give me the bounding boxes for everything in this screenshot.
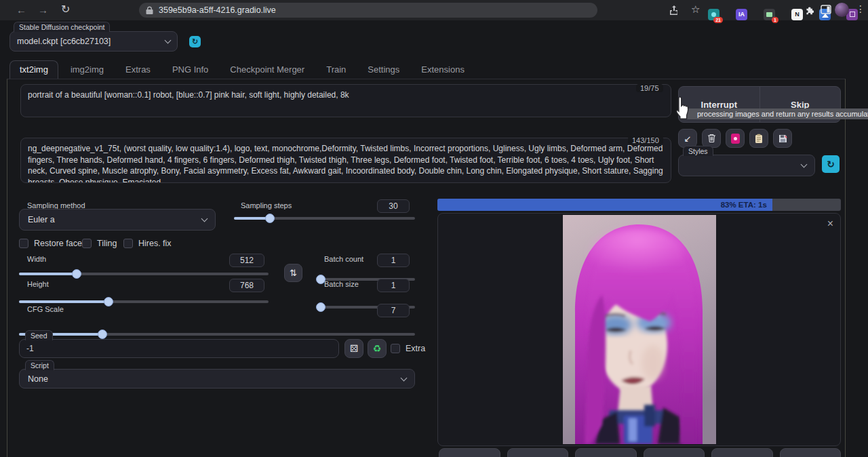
extension-icon-1[interactable]: 21 — [708, 9, 719, 20]
tab-extras[interactable]: Extras — [116, 61, 160, 79]
gallery-action-button[interactable] — [711, 448, 773, 457]
extra-seed-label: Extra — [406, 344, 425, 353]
tab-checkpoint-merger[interactable]: Checkpoint Merger — [220, 61, 314, 79]
sidepanel-icon[interactable] — [821, 4, 831, 15]
ia-extension-icon[interactable]: IA — [736, 9, 747, 20]
batch-count-input[interactable]: 1 — [377, 254, 410, 267]
card-icon — [731, 134, 740, 144]
gallery-actions-row — [439, 448, 841, 457]
interrupt-tooltip: processing images and return any results… — [682, 108, 868, 119]
sampling-method-dropdown[interactable]: Euler a — [19, 209, 216, 231]
script-dropdown[interactable]: Script None — [19, 369, 415, 389]
random-seed-button[interactable]: ⚄ — [344, 339, 363, 358]
hires-fix-checkbox[interactable]: Hires. fix — [123, 239, 172, 248]
tab-train[interactable]: Train — [317, 61, 355, 79]
width-input[interactable]: 512 — [229, 254, 264, 267]
batch-count-label: Batch count — [324, 255, 363, 263]
screenshot-extension-icon[interactable]: 1 — [764, 9, 775, 20]
extra-seed-checkbox[interactable]: Extra — [391, 344, 425, 353]
browser-back-button[interactable]: ← — [16, 5, 26, 15]
negative-prompt-text: ng_deepnegative_v1_75t, (worst quality, … — [28, 144, 663, 183]
checkpoint-dropdown[interactable]: Stable Diffusion checkpoint model.ckpt [… — [9, 31, 178, 52]
width-slider[interactable] — [19, 273, 269, 275]
restore-faces-label: Restore faces — [34, 239, 86, 248]
extension-glyph — [850, 12, 855, 17]
checkpoint-label: Stable Diffusion checkpoint — [14, 22, 110, 32]
sampling-method-value: Euler a — [28, 215, 55, 224]
apply-style-button[interactable] — [749, 129, 768, 148]
height-input[interactable]: 768 — [229, 279, 264, 292]
paste-params-button[interactable]: ↙ — [678, 129, 697, 148]
prompt-token-counter: 19/75 — [636, 84, 663, 92]
prompt-textarea[interactable]: portrait of a beautiful [woman::0.1] rob… — [20, 84, 671, 117]
browser-forward-button[interactable]: → — [38, 5, 48, 15]
tab-img2img[interactable]: img2img — [61, 61, 113, 79]
recycle-icon: ♻ — [373, 343, 382, 354]
seed-value: -1 — [20, 340, 338, 357]
negative-prompt-textarea[interactable]: ng_deepnegative_v1_75t, (worst quality, … — [20, 138, 671, 183]
close-icon[interactable]: × — [827, 218, 833, 230]
browser-toolbar: ← → ↻ 359e5b9a-a5ff-4216.gradio.live ☆ 2… — [0, 0, 868, 20]
floppy-save-icon — [778, 134, 787, 143]
gallery-action-button[interactable] — [575, 448, 637, 457]
bookmark-star-icon[interactable]: ☆ — [691, 4, 700, 14]
checkbox-box — [19, 239, 28, 248]
tab-settings[interactable]: Settings — [358, 61, 409, 79]
seed-input[interactable]: Seed -1 — [19, 339, 339, 358]
sampling-steps-label: Sampling steps — [241, 201, 292, 210]
progress-bar-fill: 83% ETA: 1s — [437, 199, 772, 211]
gallery-action-button[interactable] — [439, 448, 500, 457]
address-bar[interactable]: 359e5b9a-a5ff-4216.gradio.live — [139, 3, 597, 18]
browser-menu-icon[interactable]: ⋮ — [856, 4, 865, 14]
extra-networks-button[interactable] — [726, 129, 745, 148]
batch-size-input[interactable]: 1 — [377, 279, 410, 292]
batch-size-label: Batch size — [324, 280, 359, 288]
checkpoint-refresh-button[interactable]: ↻ — [189, 36, 201, 47]
checkbox-box — [82, 239, 92, 248]
progress-eta-text: 83% ETA: 1s — [721, 201, 767, 209]
gallery-action-button[interactable] — [507, 448, 569, 457]
cfg-scale-slider[interactable] — [19, 333, 415, 336]
chevron-down-icon — [201, 216, 208, 222]
styles-refresh-button[interactable]: ↻ — [822, 155, 840, 173]
styles-dropdown[interactable]: Styles — [678, 155, 815, 176]
gallery-action-button[interactable] — [780, 448, 842, 457]
chevron-down-icon — [165, 37, 172, 44]
swap-icon: ⇅ — [290, 268, 297, 278]
save-style-button[interactable] — [773, 129, 792, 148]
tab-extensions[interactable]: Extensions — [412, 61, 474, 79]
styles-label: Styles — [683, 146, 713, 156]
swap-dimensions-button[interactable]: ⇅ — [284, 264, 302, 282]
stable-diffusion-webui-screen: ← → ↻ 359e5b9a-a5ff-4216.gradio.live ☆ 2… — [0, 0, 868, 457]
seed-label: Seed — [25, 330, 53, 340]
reuse-seed-button[interactable]: ♻ — [368, 339, 387, 358]
browser-reload-button[interactable]: ↻ — [61, 4, 70, 15]
height-slider[interactable] — [19, 300, 269, 303]
lock-icon — [146, 6, 153, 15]
share-icon[interactable] — [669, 5, 679, 16]
chevron-down-icon — [801, 161, 808, 168]
width-label: Width — [27, 255, 46, 263]
clear-prompt-button[interactable] — [702, 129, 721, 148]
tiling-checkbox[interactable]: Tiling — [82, 239, 117, 248]
sampling-steps-input[interactable]: 30 — [377, 199, 410, 213]
cfg-scale-label: CFG Scale — [27, 305, 64, 313]
tiling-label: Tiling — [97, 239, 117, 248]
portrait-pink-hair-robot-woman — [563, 215, 716, 444]
cfg-scale-input[interactable]: 7 — [377, 304, 410, 317]
notion-extension-icon[interactable]: N — [791, 9, 803, 20]
dice-icon: ⚄ — [350, 343, 358, 354]
restore-faces-checkbox[interactable]: Restore faces — [19, 239, 86, 248]
main-tabs: txt2img img2img Extras PNG Info Checkpoi… — [7, 61, 846, 79]
sampling-steps-slider[interactable] — [234, 217, 415, 220]
gallery-action-button[interactable] — [644, 448, 705, 457]
hand-cursor-icon — [673, 96, 692, 121]
tab-png-info[interactable]: PNG Info — [163, 61, 218, 79]
profile-avatar[interactable] — [835, 3, 849, 17]
extensions-puzzle-icon[interactable] — [804, 4, 816, 16]
image-gallery: × — [437, 213, 841, 446]
checkpoint-value: model.ckpt [cc6cb27103] — [17, 37, 111, 46]
chevron-down-icon — [401, 374, 408, 381]
generated-image-preview[interactable] — [563, 215, 716, 444]
tab-txt2img[interactable]: txt2img — [9, 60, 58, 79]
